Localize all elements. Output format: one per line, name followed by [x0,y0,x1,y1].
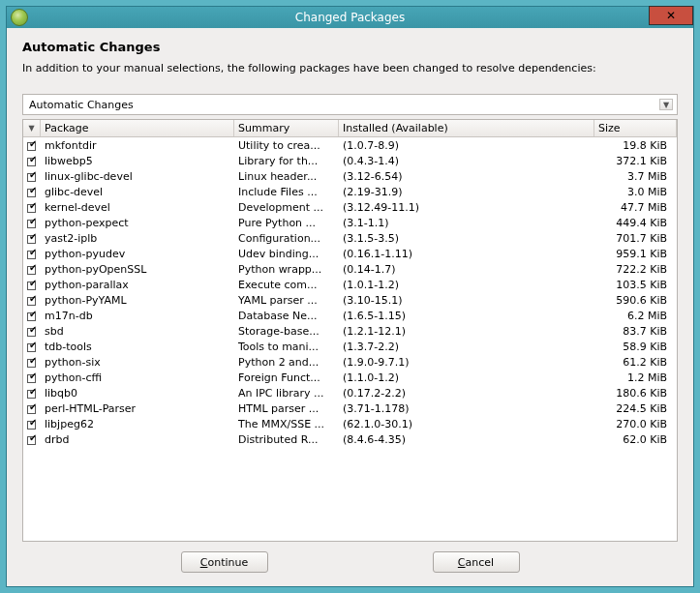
table-row[interactable]: python-PyYAMLYAML parser ...(3.10-15.1)5… [23,292,677,308]
col-header-size[interactable]: Size [594,120,677,136]
col-header-summary[interactable]: Summary [234,120,339,136]
continue-button[interactable]: Continue [181,551,268,573]
pkg-summary: Pure Python ... [234,217,339,229]
table-row[interactable]: glibc-develInclude Files ...(2.19-31.9)3… [23,184,677,199]
pkg-summary: An IPC library ... [234,387,339,400]
pkg-summary: Storage-base... [234,325,339,338]
install-check-icon [27,264,37,275]
table-row[interactable]: libqb0An IPC library ...(0.17.2-2.2)180.… [23,385,677,400]
status-icon [23,341,41,352]
table-row[interactable]: python-pyOpenSSLPython wrapp...(0.14-1.7… [23,261,677,277]
table-row[interactable]: m17n-dbDatabase Ne...(1.6.5-1.15)6.2 MiB [23,308,677,323]
pkg-summary: Configuration... [234,232,339,245]
button-bar: Continue Cancel [22,542,678,577]
pkg-summary: YAML parser ... [234,294,339,307]
dialog-body: Automatic Changes In addition to your ma… [7,28,693,586]
status-icon [23,311,41,321]
pkg-summary: Database Ne... [234,310,339,322]
pkg-name: mkfontdir [41,139,234,152]
table-row[interactable]: tdb-toolsTools to mani...(1.3.7-2.2)58.9… [23,339,677,354]
table-row[interactable]: sbdStorage-base...(1.2.1-12.1)83.7 KiB [23,323,677,339]
table-row[interactable]: python-pyudevUdev binding...(0.16.1-1.11… [23,246,677,261]
status-icon [23,280,41,290]
pkg-summary: Include Files ... [234,186,339,198]
rows-container: mkfontdirUtility to crea...(1.0.7-8.9)19… [23,137,677,447]
pkg-summary: HTML parser ... [234,402,339,415]
pkg-name: perl-HTML-Parser [41,402,234,415]
titlebar[interactable]: Changed Packages ✕ [7,7,693,28]
install-check-icon [27,156,37,166]
pkg-summary: Execute com... [234,279,339,291]
pkg-name: tdb-tools [41,341,234,353]
table-row[interactable]: python-pexpectPure Python ...(3.1-1.1)44… [23,215,677,230]
install-check-icon [27,187,37,197]
filter-dropdown[interactable]: Automatic Changes ▼ [22,94,678,115]
pkg-name: python-PyYAML [41,294,234,307]
pkg-installed: (0.17.2-2.2) [339,387,594,400]
pkg-name: yast2-iplb [41,232,234,245]
table-row[interactable]: python-cffiForeign Funct...(1.1.0-1.2)1.… [23,370,677,385]
install-check-icon [27,140,37,151]
status-icon [23,388,41,399]
pkg-name: python-cffi [41,371,234,384]
status-icon [23,233,41,244]
status-icon [23,326,41,337]
table-row[interactable]: linux-glibc-develLinux header...(3.12-6.… [23,168,677,184]
pkg-installed: (2.19-31.9) [339,186,594,198]
table-row[interactable]: mkfontdirUtility to crea...(1.0.7-8.9)19… [23,137,677,153]
pkg-installed: (0.14-1.7) [339,263,594,276]
pkg-installed: (3.1.5-3.5) [339,232,594,245]
col-header-package[interactable]: Package [41,120,234,136]
cancel-button[interactable]: Cancel [433,551,520,573]
subheading: In addition to your manual selections, t… [22,62,678,74]
column-headers[interactable]: ▼ Package Summary Installed (Available) … [23,120,677,137]
install-check-icon [27,202,37,213]
install-check-icon [27,388,37,399]
table-row[interactable]: perl-HTML-ParserHTML parser ...(3.71-1.1… [23,400,677,416]
pkg-size: 103.5 KiB [594,279,677,291]
pkg-name: libwebp5 [41,155,234,167]
pkg-installed: (1.9.0-9.7.1) [339,356,594,369]
continue-mnemonic: C [200,556,208,569]
table-row[interactable]: kernel-develDevelopment ...(3.12.49-11.1… [23,199,677,215]
pkg-size: 47.7 MiB [594,201,677,214]
pkg-size: 58.9 KiB [594,341,677,353]
status-icon [23,357,41,368]
pkg-name: libjpeg62 [41,418,234,430]
pkg-installed: (3.12.49-11.1) [339,201,594,214]
table-row[interactable]: yast2-iplbConfiguration...(3.1.5-3.5)701… [23,230,677,246]
table-row[interactable]: python-parallaxExecute com...(1.0.1-1.2)… [23,277,677,292]
table-row[interactable]: libwebp5Library for th...(0.4.3-1.4)372.… [23,153,677,168]
pkg-installed: (3.1-1.1) [339,217,594,229]
status-icon [23,434,41,445]
pkg-installed: (3.12-6.54) [339,170,594,183]
dialog-window: Changed Packages ✕ Automatic Changes In … [6,6,694,587]
table-row[interactable]: python-sixPython 2 and...(1.9.0-9.7.1)61… [23,354,677,370]
pkg-size: 372.1 KiB [594,155,677,167]
pkg-name: kernel-devel [41,201,234,214]
pkg-size: 61.2 KiB [594,356,677,369]
pkg-installed: (8.4.6-4.35) [339,433,594,446]
table-row[interactable]: drbdDistributed R...(8.4.6-4.35)62.0 KiB [23,431,677,447]
pkg-name: libqb0 [41,387,234,400]
close-button[interactable]: ✕ [649,6,693,25]
pkg-size: 19.8 KiB [594,139,677,152]
pkg-installed: (62.1.0-30.1) [339,418,594,430]
pkg-name: python-pexpect [41,217,234,229]
install-check-icon [27,403,37,414]
status-icon [23,171,41,182]
pkg-summary: Python 2 and... [234,356,339,369]
status-icon [23,249,41,259]
pkg-size: 3.0 MiB [594,186,677,198]
table-row[interactable]: libjpeg62The MMX/SSE ...(62.1.0-30.1)270… [23,416,677,431]
install-check-icon [27,280,37,290]
pkg-summary: Development ... [234,201,339,214]
pkg-summary: Linux header... [234,170,339,183]
pkg-name: drbd [41,433,234,446]
col-header-installed[interactable]: Installed (Available) [339,120,594,136]
col-header-status[interactable]: ▼ [23,120,41,136]
pkg-installed: (3.71-1.178) [339,402,594,415]
filter-dropdown-value: Automatic Changes [29,99,134,111]
cancel-mnemonic: C [458,556,466,569]
cancel-rest: ancel [466,556,495,569]
